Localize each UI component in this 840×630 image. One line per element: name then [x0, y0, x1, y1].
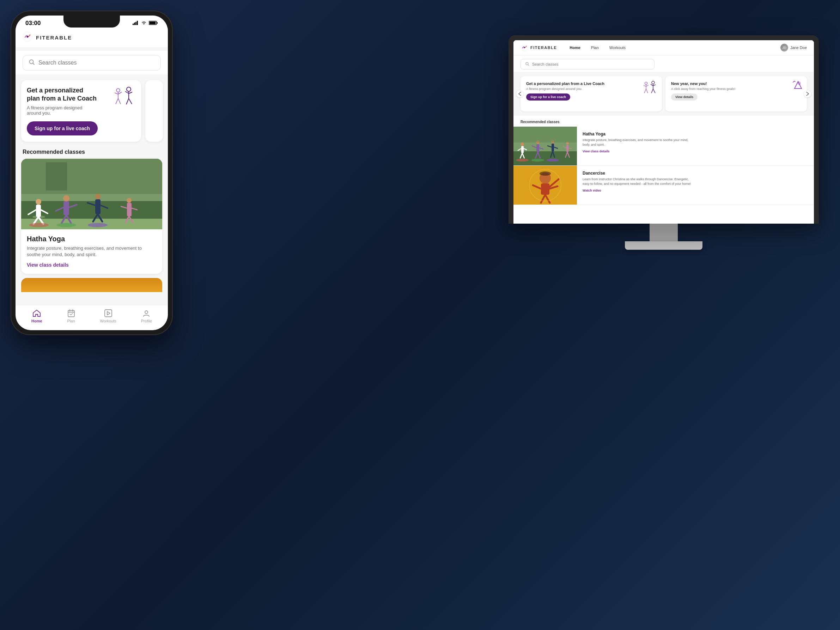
plan-icon	[67, 309, 76, 317]
monitor-frame: FITERABLE Home Plan Workouts JD Jane Doe	[508, 35, 819, 224]
desktop-search-box[interactable]	[521, 59, 655, 69]
promo-card-title: Get a personalized plan from a Live Coac…	[27, 87, 97, 103]
desktop-yoga-image	[513, 126, 577, 166]
nav-item-plan[interactable]: Plan	[67, 309, 76, 323]
svg-point-10	[28, 35, 30, 37]
desktop-watch-video-link[interactable]: Watch video	[583, 189, 601, 192]
svg-point-115	[546, 159, 559, 161]
carousel-prev-button[interactable]	[516, 90, 523, 97]
svg-rect-53	[21, 159, 162, 194]
desktop-view-class-details-link[interactable]: View class details	[583, 150, 609, 153]
svg-rect-41	[95, 199, 101, 214]
dancercise-peek	[21, 278, 162, 292]
class-card-hatha-yoga: Hatha Yoga Integrate posture, breathing …	[21, 159, 162, 274]
nav-label-home: Home	[32, 319, 42, 323]
nav-item-home[interactable]: Home	[32, 309, 42, 323]
phone-device: 03:00	[11, 11, 173, 335]
desktop-recommended-title: Recommended classes	[513, 115, 814, 126]
desktop-class-item-dancercise: Dancercise Learn from instructor Christi…	[513, 166, 814, 205]
desktop-promo-title-live-coach: Get a personalized plan from a Live Coac…	[526, 81, 656, 86]
class-title-hatha-yoga: Hatha Yoga	[27, 235, 156, 243]
svg-line-23	[116, 98, 118, 104]
svg-line-80	[646, 85, 649, 87]
search-icon	[28, 59, 35, 67]
svg-rect-6	[150, 22, 156, 24]
hatha-yoga-image	[21, 159, 162, 229]
svg-line-81	[644, 89, 646, 93]
svg-rect-29	[36, 205, 41, 217]
desktop-promo-title-new-year: New year, new you!	[671, 81, 801, 86]
desktop-class-desc-dancercise: Learn from instructor Christina as she w…	[583, 177, 695, 186]
phone-content-area: Get a personalized plan from a Live Coac…	[16, 51, 168, 302]
svg-rect-116	[513, 126, 577, 142]
desktop-nav-links: Home Plan Workouts	[567, 44, 628, 51]
monitor-scroll[interactable]: Get a personalized plan from a Live Coac…	[513, 73, 814, 224]
yoga-image-placeholder	[21, 159, 162, 229]
svg-line-75	[651, 89, 653, 93]
phone-frame: 03:00	[11, 11, 173, 335]
desktop-nav-home[interactable]: Home	[567, 44, 583, 51]
desktop-view-details-button[interactable]: View details	[671, 93, 698, 101]
svg-point-126	[540, 171, 551, 176]
search-input[interactable]	[38, 60, 155, 66]
workouts-icon	[104, 309, 112, 317]
svg-point-36	[63, 195, 69, 201]
svg-line-18	[129, 98, 132, 104]
svg-point-48	[126, 198, 131, 203]
user-avatar: JD	[780, 44, 788, 52]
svg-rect-54	[46, 162, 67, 191]
svg-line-76	[653, 89, 655, 93]
logo-icon	[22, 32, 32, 43]
monitor-stand-neck	[650, 224, 678, 241]
svg-point-64	[145, 311, 148, 314]
svg-point-9	[26, 35, 27, 37]
promo-card-live-coach: Get a personalized plan from a Live Coac…	[21, 80, 141, 142]
home-icon	[32, 309, 41, 317]
svg-point-57	[88, 223, 107, 227]
svg-line-74	[653, 85, 655, 86]
svg-rect-95	[536, 144, 539, 152]
nav-item-profile[interactable]: Profile	[141, 309, 152, 323]
monitor-screen: FITERABLE Home Plan Workouts JD Jane Doe	[513, 40, 814, 224]
nav-label-plan: Plan	[67, 319, 75, 323]
svg-point-67	[523, 47, 524, 47]
signal-icon	[133, 21, 139, 26]
signup-live-coach-button[interactable]: Sign up for a live coach	[27, 122, 98, 136]
desktop-nav-workouts[interactable]: Workouts	[607, 44, 628, 51]
desktop-nav-plan[interactable]: Plan	[589, 44, 601, 51]
svg-point-114	[531, 159, 544, 161]
svg-rect-62	[105, 310, 112, 317]
phone-header: FITERABLE	[16, 28, 168, 47]
svg-rect-1	[134, 22, 135, 25]
view-class-details-link[interactable]: View class details	[27, 262, 69, 268]
battery-icon	[149, 21, 158, 26]
svg-point-90	[521, 142, 524, 146]
carousel-next-button[interactable]	[804, 90, 811, 97]
desktop-monitor: FITERABLE Home Plan Workouts JD Jane Doe	[508, 35, 819, 250]
svg-point-8	[27, 36, 28, 37]
svg-point-113	[516, 159, 529, 161]
desktop-signup-live-coach-button[interactable]: Sign up for a live coach	[526, 93, 570, 101]
search-box[interactable]	[22, 55, 161, 71]
user-avatar-initials: JD	[782, 46, 786, 49]
svg-point-68	[525, 47, 526, 47]
desktop-search-input[interactable]	[532, 62, 603, 66]
nav-item-workouts[interactable]: Workouts	[100, 309, 116, 323]
profile-icon	[142, 309, 151, 317]
svg-point-19	[116, 88, 120, 92]
svg-point-66	[524, 47, 525, 48]
svg-line-73	[651, 84, 653, 86]
svg-point-71	[652, 81, 655, 84]
desktop-new-year-illustration	[786, 80, 803, 96]
svg-line-17	[126, 98, 129, 104]
svg-marker-63	[107, 311, 110, 315]
phone-promo-cards: Get a personalized plan from a Live Coac…	[16, 75, 168, 147]
svg-point-77	[645, 82, 647, 85]
svg-rect-107	[566, 145, 568, 152]
svg-line-79	[644, 85, 646, 87]
phone-notch	[63, 16, 120, 27]
svg-rect-2	[136, 22, 136, 25]
phone-search-section	[16, 51, 168, 75]
desktop-class-body-dancercise: Dancercise Learn from instructor Christi…	[577, 166, 814, 205]
desktop-promo-sub-live-coach: A fitness program designed around you.	[526, 87, 656, 91]
